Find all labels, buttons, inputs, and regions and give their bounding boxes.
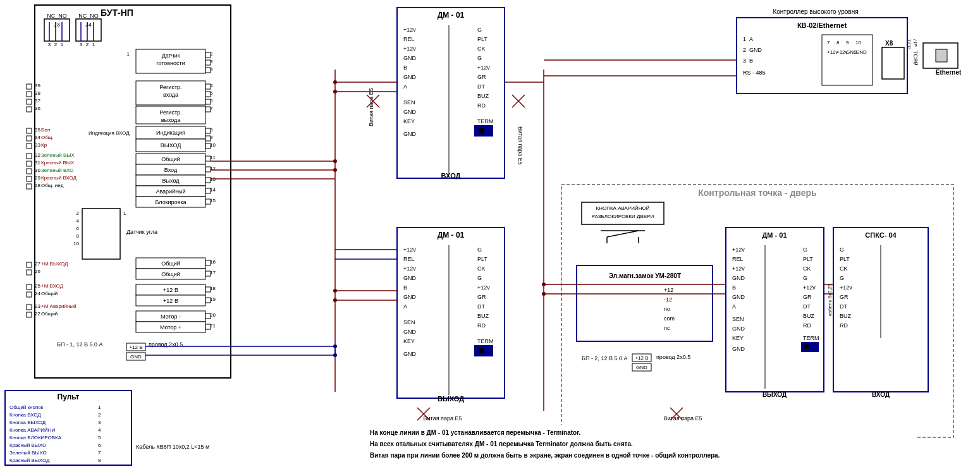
svg-text:26: 26 <box>35 269 40 274</box>
svg-text:37: 37 <box>35 98 40 104</box>
svg-text:GND: GND <box>732 346 745 352</box>
diagram-container: БУТ-НП NC_NO J3 3 2 1 NC_NO J4 3 2 1 Дат… <box>0 0 980 474</box>
svg-text:3: 3 <box>80 42 83 47</box>
svg-rect-66 <box>205 128 211 133</box>
svg-text:28: 28 <box>35 183 40 188</box>
svg-text:A: A <box>732 303 736 310</box>
svg-text:Общий: Общий <box>41 291 58 296</box>
svg-text:1: 1 <box>92 42 95 47</box>
svg-point-353 <box>333 90 337 94</box>
svg-text:com: com <box>664 315 675 322</box>
svg-text:G: G <box>840 275 844 281</box>
svg-text:34: 34 <box>35 135 40 140</box>
svg-text:Мотор +: Мотор + <box>160 324 181 331</box>
svg-text:Индикация ВХОД: Индикация ВХОД <box>89 130 130 136</box>
svg-text:SEN: SEN <box>403 99 415 106</box>
svg-text:+12v: +12v <box>403 27 416 33</box>
svg-text:RD: RD <box>803 322 811 329</box>
svg-text:Выход: Выход <box>162 178 180 184</box>
svg-text:Кнопка БЛОКИРОВКА: Кнопка БЛОКИРОВКА <box>9 435 62 441</box>
svg-rect-281 <box>801 342 819 352</box>
note-2: На всех отальных считывателях ДМ - 01 пе… <box>370 441 633 447</box>
svg-text:10: 10 <box>855 40 861 46</box>
svg-text:Датчик: Датчик <box>162 52 180 59</box>
svg-text:32: 32 <box>35 152 40 158</box>
svg-text:Регистр.: Регистр. <box>159 109 181 116</box>
svg-rect-116 <box>27 262 32 267</box>
svg-text:NC_NO: NC_NO <box>47 13 67 19</box>
svg-rect-154 <box>205 324 211 329</box>
svg-text:no: no <box>664 306 670 312</box>
svg-text:GND: GND <box>403 351 417 357</box>
svg-text:провод 2х0.5: провод 2х0.5 <box>656 354 690 360</box>
svg-text:ВЫХОД: ВЫХОД <box>438 395 464 403</box>
svg-text:Мотор -: Мотор - <box>161 313 181 320</box>
svg-text:KEY: KEY <box>732 335 744 341</box>
svg-text:3: 3 <box>98 420 101 425</box>
svg-text:1: 1 <box>98 404 101 410</box>
svg-text:GND: GND <box>403 109 417 115</box>
svg-text:27: 27 <box>35 261 40 267</box>
svg-text:BUZ: BUZ <box>477 313 489 319</box>
svg-text:SEN: SEN <box>403 319 415 325</box>
svg-rect-106 <box>82 209 120 259</box>
svg-rect-38 <box>205 92 211 97</box>
svg-text:CK: CK <box>477 46 486 52</box>
svg-text:G: G <box>840 246 844 253</box>
kb02-title: КВ-02/Ethernet <box>797 21 847 29</box>
dm01-bottom-title: ДМ - 01 <box>438 231 465 240</box>
svg-text:X8: X8 <box>885 40 893 47</box>
svg-text:выхода: выхода <box>161 117 181 123</box>
svg-text:БП - 2, 12 В 5.0 А: БП - 2, 12 В 5.0 А <box>582 355 627 362</box>
svg-rect-36 <box>205 84 211 89</box>
svg-text:36: 36 <box>35 106 40 111</box>
svg-text:7: 7 <box>98 450 101 456</box>
svg-rect-60 <box>27 136 32 141</box>
svg-text:+12 В: +12 В <box>163 298 178 304</box>
svg-rect-184 <box>479 128 484 133</box>
svg-text:3: 3 <box>48 42 51 47</box>
svg-text:Общий: Общий <box>161 271 180 277</box>
svg-text:Зеленый ВЫХ: Зеленый ВЫХ <box>41 152 75 158</box>
svg-text:+12v: +12v <box>403 46 416 52</box>
svg-text:+12v: +12v <box>403 246 416 253</box>
svg-text:GND: GND <box>403 329 417 335</box>
svg-text:CK: CK <box>477 265 486 272</box>
svg-text:/ IP: / IP <box>912 39 918 47</box>
svg-text:29: 29 <box>35 175 40 181</box>
svg-text:B: B <box>403 284 407 291</box>
svg-text:GND: GND <box>403 275 417 281</box>
svg-text:A: A <box>403 303 407 310</box>
svg-rect-146 <box>205 271 211 276</box>
svg-text:Общий: Общий <box>41 311 58 317</box>
svg-text:DT: DT <box>803 303 811 310</box>
svg-text:8: 8 <box>836 40 840 46</box>
svg-rect-101 <box>205 178 211 183</box>
svg-text:23: 23 <box>35 303 40 309</box>
svg-text:RS - 485: RS - 485 <box>743 70 766 76</box>
svg-text:9: 9 <box>846 40 849 46</box>
svg-text:Зеленый ВХО: Зеленый ВХО <box>41 167 73 173</box>
svg-text:1: 1 <box>61 42 64 47</box>
svg-rect-46 <box>27 92 32 97</box>
svg-text:IP: IP <box>912 60 919 66</box>
svg-rect-97 <box>205 156 211 161</box>
svg-text:Регистр.: Регистр. <box>159 84 181 90</box>
svg-text:КНОПКА АВАРИЙНОЙ: КНОПКА АВАРИЙНОЙ <box>596 205 650 211</box>
svg-text:DT: DT <box>840 303 847 310</box>
svg-rect-27 <box>205 68 211 73</box>
svg-text:2: 2 <box>77 210 80 216</box>
svg-text:GR: GR <box>477 294 486 300</box>
svg-text:22: 22 <box>35 311 40 317</box>
svg-text:Красный ВЫХ: Красный ВЫХ <box>41 160 75 166</box>
svg-rect-48 <box>27 99 32 104</box>
svg-text:+М ВЫХОД: +М ВЫХОД <box>41 261 68 267</box>
svg-text:Общ. инд: Общ. инд <box>41 183 64 188</box>
ethernet-label: Ethernet <box>936 69 962 76</box>
svg-text:RD: RD <box>477 102 486 109</box>
svg-text:Витая пара  E5: Витая пара E5 <box>368 88 374 126</box>
svg-text:Индикация: Индикация <box>156 130 185 136</box>
svg-text:TERM: TERM <box>803 335 819 341</box>
svg-text:REL: REL <box>403 256 415 262</box>
svg-text:G: G <box>477 55 482 61</box>
